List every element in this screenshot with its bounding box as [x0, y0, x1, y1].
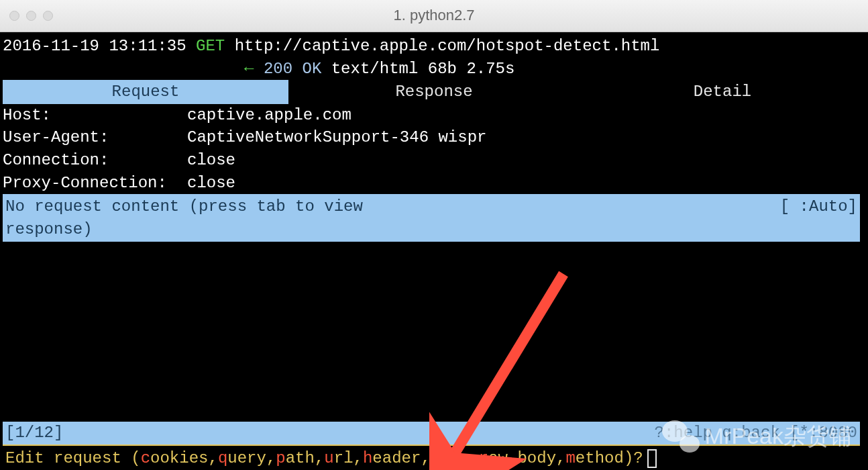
window-title: 1. python2.7 [8, 5, 860, 26]
detail-tabs: Request Response Detail [3, 80, 865, 104]
tab-request[interactable]: Request [3, 80, 288, 104]
zoom-icon[interactable] [43, 11, 53, 21]
close-icon[interactable] [9, 11, 19, 21]
header-key: Proxy-Connection: [3, 172, 187, 195]
header-key: Host: [3, 104, 187, 127]
window-titlebar: 1. python2.7 [0, 0, 868, 32]
tab-response[interactable]: Response [291, 80, 577, 104]
header-row: Connection: close [3, 149, 865, 172]
minimize-icon[interactable] [26, 11, 36, 21]
prompt-suffix: )? [624, 447, 643, 470]
edit-prompt[interactable]: Edit request (cookies,query,path,url,hea… [3, 446, 865, 470]
tab-detail[interactable]: Detail [580, 80, 865, 104]
header-value: CaptiveNetworkSupport-346 wispr [187, 126, 486, 149]
status-bar: [1/12] ?:help q:back [*:8080 [3, 422, 860, 446]
response-status-code: 200 [264, 60, 292, 78]
request-url: http://captive.apple.com/hotspot-detect.… [235, 37, 660, 55]
header-key: Connection: [3, 149, 187, 172]
request-line: 2016-11-19 13:11:35 GET http://captive.a… [3, 35, 865, 58]
status-help: ?:help q:back [*:8080 [655, 422, 857, 444]
header-value: close [187, 149, 235, 172]
response-time: 2.75s [466, 60, 514, 78]
response-arrow: ← [244, 60, 254, 78]
terminal-area: 2016-11-19 13:11:35 GET http://captive.a… [0, 32, 868, 470]
request-timestamp: 2016-11-19 13:11:35 [3, 37, 186, 55]
status-position: [1/12] [5, 422, 63, 444]
window-traffic-lights[interactable] [9, 11, 53, 21]
header-key: User-Agent: [3, 126, 187, 149]
header-row: Host: captive.apple.com [3, 104, 865, 127]
prompt-prefix: Edit request ( [5, 447, 141, 470]
header-value: close [187, 172, 235, 195]
header-row: Proxy-Connection: close [3, 172, 865, 195]
spacer [3, 242, 865, 422]
response-line: ← 200 OK text/html 68b 2.75s [3, 58, 865, 81]
content-hint-left: No request content (press tab to view re… [5, 195, 363, 240]
response-size: 68b [428, 60, 457, 78]
response-status-text: OK [303, 60, 322, 78]
content-hint-right: [ :Auto] [780, 195, 857, 240]
request-method: GET [196, 37, 225, 55]
header-value: captive.apple.com [187, 104, 351, 127]
header-row: User-Agent: CaptiveNetworkSupport-346 wi… [3, 126, 865, 149]
content-hint: No request content (press tab to view re… [3, 194, 860, 242]
cursor-icon [647, 449, 657, 468]
response-content-type: text/html [331, 60, 419, 78]
